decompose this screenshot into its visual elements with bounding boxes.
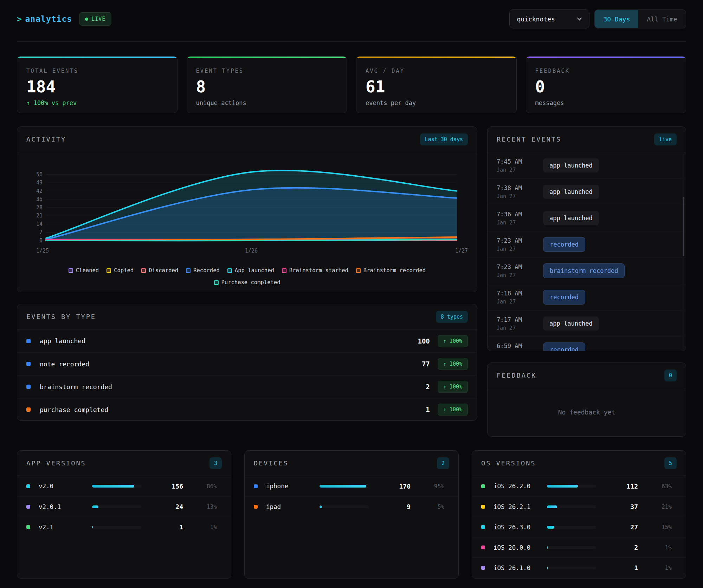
breakdown-count: 2 — [596, 544, 638, 551]
breakdown-count-badge: 5 — [664, 457, 677, 469]
svg-text:7: 7 — [39, 229, 43, 235]
breakdown-count-badge: 2 — [437, 457, 449, 469]
breakdown-row: v2.015686% — [17, 476, 231, 496]
breakdown-bar — [547, 546, 596, 549]
breakdown-title: DEVICES — [254, 459, 289, 467]
breakdown-count: 27 — [596, 523, 638, 531]
stat-card-label: EVENT TYPES — [196, 68, 338, 74]
recent-event-badge: recorded — [543, 237, 585, 252]
recent-event-date: Jan 27 — [497, 351, 534, 352]
breakdown-row: iOS 26.0.021% — [472, 537, 686, 557]
breakdown-bar — [547, 505, 596, 508]
legend-item: Purchase completed — [214, 279, 280, 286]
legend-swatch-icon — [107, 268, 111, 273]
stat-card-label: FEEDBACK — [535, 68, 677, 74]
legend-label: App launched — [235, 267, 274, 274]
top-bar: > analytics LIVE quicknotes 30 DaysAll T… — [17, 9, 686, 29]
event-type-change-badge: ↑ 100% — [438, 381, 468, 393]
breakdown-row: v2.0.12413% — [17, 496, 231, 517]
breakdown-count: 112 — [596, 483, 638, 490]
left-column: ACTIVITY Last 30 days 07142128354249561/… — [17, 126, 477, 421]
breakdown-bar-fill — [92, 485, 134, 488]
legend-swatch-icon — [227, 268, 232, 273]
legend-item: Brainstorm recorded — [356, 267, 426, 274]
recent-event-row: 7:18 AMJan 27recorded — [488, 284, 686, 310]
svg-text:14: 14 — [36, 221, 43, 227]
recent-event-time-col: 7:18 AMJan 27 — [497, 290, 534, 305]
breakdown-count-badge: 3 — [209, 457, 222, 469]
recent-event-date: Jan 27 — [497, 246, 534, 252]
breakdown-row: v2.111% — [17, 517, 231, 537]
stat-card-label: AVG / DAY — [366, 68, 507, 74]
svg-text:0: 0 — [39, 237, 43, 244]
feedback-empty-state: No feedback yet — [488, 388, 686, 436]
recent-event-badge: brainstorm recorded — [543, 263, 625, 278]
legend-item: Discarded — [141, 267, 178, 274]
breakdown-count: 1 — [596, 564, 638, 571]
legend-swatch-icon — [186, 268, 191, 273]
recent-event-row: 7:38 AMJan 27app launched — [488, 178, 686, 205]
recent-event-row: 7:23 AMJan 27brainstorm recorded — [488, 257, 686, 284]
page-title: > analytics — [17, 14, 72, 24]
recent-event-badge: recorded — [543, 290, 585, 305]
event-type-dot-icon — [26, 407, 31, 412]
svg-text:1/27: 1/27 — [455, 248, 468, 254]
breakdown-row: iOS 26.1.011% — [472, 557, 686, 578]
recent-event-time-col: 7:38 AMJan 27 — [497, 184, 534, 200]
recent-event-time-col: 7:23 AMJan 27 — [497, 237, 534, 252]
stat-card-accent — [526, 57, 686, 58]
breakdown-dot-icon — [481, 545, 485, 549]
breakdown-bar — [547, 567, 596, 569]
recent-event-badge: app launched — [543, 158, 599, 172]
breakdown-percent: 21% — [638, 503, 672, 510]
legend-item: Cleaned — [69, 267, 99, 274]
svg-text:28: 28 — [36, 204, 43, 211]
stat-card: FEEDBACK0messages — [526, 56, 686, 113]
breakdown-row: iOS 26.2.13721% — [472, 496, 686, 517]
breakdown-dot-icon — [254, 505, 258, 509]
range-option-30-days[interactable]: 30 Days — [595, 10, 638, 28]
event-type-dot-icon — [26, 362, 31, 366]
svg-text:49: 49 — [36, 179, 43, 186]
activity-title: ACTIVITY — [26, 136, 66, 143]
breakdown-percent: 15% — [638, 524, 672, 530]
breakdown-percent: 1% — [638, 564, 672, 571]
breakdown-count: 9 — [369, 503, 411, 510]
stat-card-accent — [17, 57, 177, 58]
breakdown-label: v2.1 — [39, 524, 92, 531]
recent-event-time-col: 6:59 AMJan 27 — [497, 342, 534, 352]
breakdown-count: 24 — [141, 503, 183, 510]
breakdown-title: APP VERSIONS — [26, 459, 86, 467]
project-select[interactable]: quicknotes — [509, 9, 589, 28]
activity-range-badge: Last 30 days — [420, 133, 468, 145]
range-option-all-time[interactable]: All Time — [638, 10, 686, 28]
breakdown-row: ipad95% — [245, 496, 458, 517]
feedback-panel: FEEDBACK 0 No feedback yet — [487, 362, 686, 437]
breakdown-panel-app-versions: APP VERSIONS3v2.015686%v2.0.12413%v2.111… — [17, 450, 231, 579]
breakdown-list: iphone17095%ipad95% — [245, 476, 458, 517]
feedback-title: FEEDBACK — [497, 372, 536, 379]
breakdown-bar — [92, 505, 141, 508]
breakdown-dot-icon — [481, 505, 485, 509]
breakdown-percent: 13% — [183, 503, 217, 510]
events-by-type-panel: EVENTS BY TYPE 8 types app launched100↑ … — [17, 304, 477, 421]
stat-cards: TOTAL EVENTS184↑ 100% vs prevEVENT TYPES… — [17, 56, 686, 113]
breakdown-bar-fill — [92, 505, 98, 508]
breakdown-dot-icon — [26, 525, 30, 529]
event-type-change-badge: ↑ 100% — [438, 404, 468, 416]
breakdown-bar — [547, 485, 596, 488]
breakdown-label: iOS 26.2.0 — [494, 483, 547, 490]
breakdown-header: DEVICES2 — [245, 451, 458, 476]
event-type-row: note recorded77↑ 100% — [17, 352, 477, 375]
scrollbar-thumb[interactable] — [683, 197, 684, 256]
breakdown-percent: 1% — [638, 544, 672, 551]
breakdown-dot-icon — [481, 484, 485, 488]
breakdown-label: iOS 26.2.1 — [494, 503, 547, 510]
feedback-header: FEEDBACK 0 — [488, 363, 686, 388]
breakdown-list: iOS 26.2.011263%iOS 26.2.13721%iOS 26.3.… — [472, 476, 686, 578]
svg-text:35: 35 — [36, 196, 43, 202]
stat-card: TOTAL EVENTS184↑ 100% vs prev — [17, 56, 178, 113]
recent-event-time: 6:59 AM — [497, 342, 534, 349]
recent-event-time: 7:36 AM — [497, 211, 534, 218]
legend-label: Brainstorm recorded — [363, 267, 426, 274]
